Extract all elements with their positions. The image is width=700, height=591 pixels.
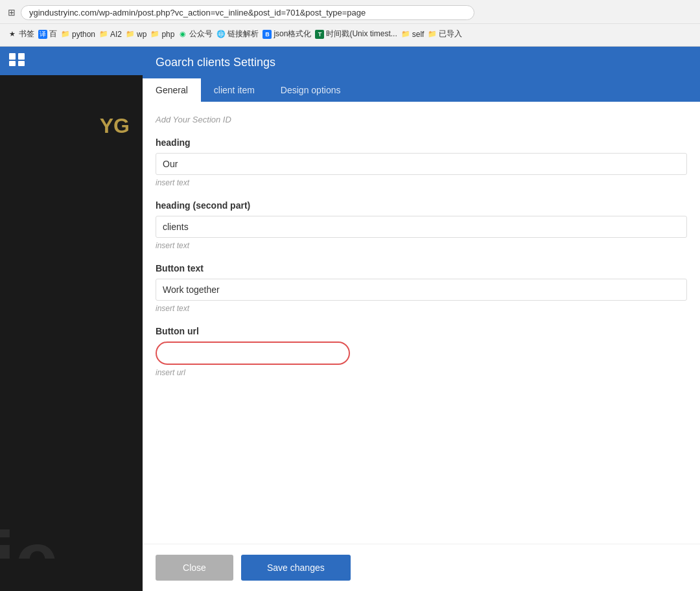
field-group-heading-second: heading (second part) insert text: [156, 200, 687, 250]
time-icon: T: [315, 30, 324, 39]
heading-label: heading: [156, 137, 687, 148]
svg-rect-1: [18, 53, 25, 60]
bookmark-imported[interactable]: 📁 已导入: [428, 29, 462, 40]
wechat-icon: ◉: [178, 30, 187, 39]
tab-design-options[interactable]: Design options: [268, 78, 354, 102]
sidebar-top-bar: [0, 47, 143, 75]
page-body: YG ie Goarch clients Settings General cl…: [0, 47, 700, 591]
sidebar-content: YG ie: [0, 75, 143, 591]
star-icon: ★: [8, 30, 17, 39]
tab-general[interactable]: General: [143, 78, 201, 102]
browser-chrome: ⊞ ygindustryinc.com/wp-admin/post.php?vc…: [0, 0, 700, 47]
bookmarks-bar: ★ 书签 译 百 📁 python 📁 AI2 📁 wp 📁 php ◉ 公众号…: [0, 23, 700, 44]
folder-icon: 📁: [401, 30, 410, 39]
layout-icon: [8, 52, 26, 71]
page-icon: ⊞: [8, 7, 16, 17]
save-button[interactable]: Save changes: [241, 555, 351, 581]
bookmark-label: self: [412, 30, 425, 39]
bookmark-json[interactable]: B json格式化: [262, 29, 311, 40]
bookmark-translate[interactable]: 译 百: [38, 29, 57, 40]
bookmark-label: 公众号: [189, 29, 213, 40]
address-bar: ⊞ ygindustryinc.com/wp-admin/post.php?vc…: [0, 0, 700, 23]
bookmark-star[interactable]: ★ 书签: [8, 29, 34, 40]
bookmark-python[interactable]: 📁 python: [61, 30, 95, 39]
folder-icon: 📁: [99, 30, 108, 39]
heading-second-input[interactable]: [156, 216, 687, 238]
button-url-input[interactable]: [156, 342, 350, 365]
bookmark-label: 时间戳(Unix timest...: [326, 29, 397, 40]
heading-hint: insert text: [156, 178, 687, 187]
bookmark-wp[interactable]: 📁 wp: [126, 30, 146, 39]
bookmark-label: php: [161, 30, 174, 39]
modal-header: Goarch clients Settings: [143, 47, 700, 78]
svg-rect-2: [9, 61, 16, 66]
section-id-placeholder: Add Your Section ID: [156, 115, 687, 124]
bookmark-gongzhonghao[interactable]: ◉ 公众号: [178, 29, 213, 40]
modal-body: Add Your Section ID heading insert text …: [143, 102, 700, 544]
sidebar-brand: YG: [100, 114, 130, 138]
bookmark-lianjie[interactable]: 🌐 链接解析: [216, 29, 259, 40]
bookmark-timestamp[interactable]: T 时间戳(Unix timest...: [315, 29, 397, 40]
modal-title: Goarch clients Settings: [156, 56, 275, 69]
button-url-hint: insert url: [156, 368, 687, 377]
link-icon: 🌐: [216, 30, 226, 39]
bookmark-label: 链接解析: [228, 29, 259, 40]
url-bar[interactable]: ygindustryinc.com/wp-admin/post.php?vc_a…: [21, 5, 474, 20]
folder-icon: 📁: [126, 30, 135, 39]
bookmark-label: 书签: [19, 29, 34, 40]
field-group-heading: heading insert text: [156, 137, 687, 187]
field-group-button-url: Button url insert url: [156, 326, 687, 377]
bookmark-label: 百: [49, 29, 57, 40]
svg-rect-0: [9, 53, 16, 60]
bookmark-label: python: [72, 30, 95, 39]
button-text-hint: insert text: [156, 304, 687, 313]
bookmark-self[interactable]: 📁 self: [401, 30, 425, 39]
bookmark-label: wp: [137, 30, 146, 39]
modal-dialog: Goarch clients Settings General client i…: [143, 47, 700, 591]
bookmark-php[interactable]: 📁 php: [150, 30, 174, 39]
heading-second-label: heading (second part): [156, 200, 687, 211]
button-text-label: Button text: [156, 263, 687, 273]
svg-rect-3: [18, 61, 25, 66]
bookmark-label: 已导入: [439, 29, 462, 40]
tab-client-item[interactable]: client item: [201, 78, 268, 102]
button-url-label: Button url: [156, 326, 687, 336]
bookmark-label: AI2: [110, 30, 122, 39]
bookmark-ai2[interactable]: 📁 AI2: [99, 30, 122, 39]
button-text-input[interactable]: [156, 279, 687, 301]
close-button[interactable]: Close: [156, 555, 233, 581]
field-group-button-text: Button text insert text: [156, 263, 687, 313]
modal-tabs: General client item Design options: [143, 78, 700, 102]
json-icon: B: [262, 30, 272, 39]
folder-icon: 📁: [428, 30, 437, 39]
heading-second-hint: insert text: [156, 241, 687, 250]
heading-input[interactable]: [156, 153, 687, 175]
folder-icon: 📁: [61, 30, 70, 39]
folder-icon: 📁: [150, 30, 159, 39]
translate-icon: 译: [38, 30, 47, 39]
modal-footer: Close Save changes: [143, 544, 700, 591]
bookmark-label: json格式化: [274, 29, 311, 40]
sidebar: YG ie: [0, 47, 143, 591]
